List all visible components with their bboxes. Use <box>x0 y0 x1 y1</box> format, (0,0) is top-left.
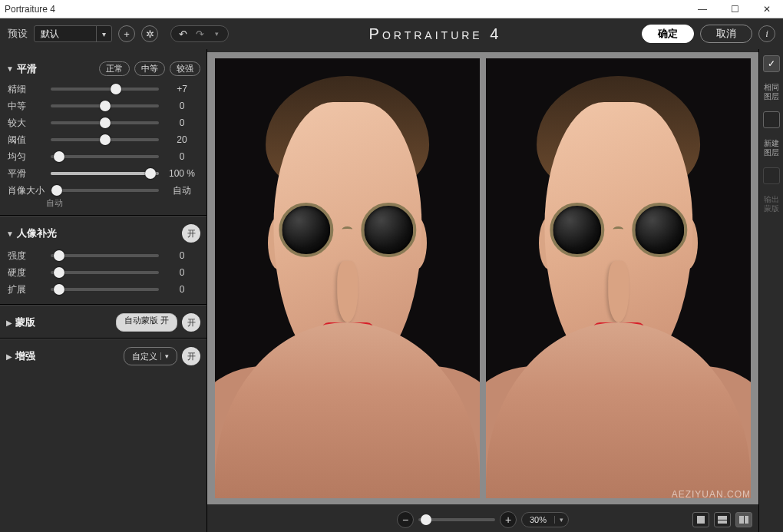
slider-smoothing-track[interactable] <box>51 172 159 175</box>
window-maximize-button[interactable]: ☐ <box>719 0 751 18</box>
section-filllight-header[interactable]: ▼ 人像补光 开 <box>6 224 200 243</box>
slider-threshold: 阈值 20 <box>6 131 200 148</box>
zoom-out-button[interactable]: − <box>397 511 414 528</box>
window-close-button[interactable]: ✕ <box>751 0 783 18</box>
slider-threshold-track[interactable] <box>51 138 159 141</box>
output-new-layer-label: 新建图层 <box>764 139 779 157</box>
slider-fine: 精细 +7 <box>6 81 200 97</box>
preview-split: AEZIYUAN.COM <box>207 52 758 504</box>
preset-settings-button[interactable]: ✲ <box>141 25 158 42</box>
output-mask-button[interactable] <box>763 167 780 184</box>
preview-area: AEZIYUAN.COM − + 30% ▾ <box>207 49 758 532</box>
history-group: ↶ ↷ ▾ <box>170 25 229 42</box>
view-split-vertical-button[interactable] <box>735 512 752 527</box>
section-enhance-title: 增强 <box>15 349 35 363</box>
section-smooth-title: 平滑 <box>17 62 37 76</box>
caret-down-icon: ▼ <box>6 64 14 73</box>
zoom-slider[interactable] <box>418 518 495 521</box>
smooth-preset-strong[interactable]: 较强 <box>170 61 200 76</box>
slider-fine-track[interactable] <box>51 88 159 91</box>
caret-right-icon: ▶ <box>6 319 12 327</box>
bottom-toolbar: − + 30% ▾ <box>207 507 758 532</box>
undo-button[interactable]: ↶ <box>174 28 191 40</box>
top-toolbar: 预设 默认 ▾ + ✲ ↶ ↷ ▾ Portraiture 4 确定 取消 i <box>0 18 783 49</box>
chevron-down-icon: ▾ <box>554 516 568 524</box>
filllight-toggle[interactable]: 开 <box>182 224 200 243</box>
add-preset-button[interactable]: + <box>118 25 135 42</box>
slider-intensity: 强度 0 <box>6 247 200 264</box>
slider-smoothing: 平滑 100 % <box>6 165 200 182</box>
slider-uniform-track[interactable] <box>51 155 159 158</box>
app-logo: Portraiture 4 <box>235 25 636 43</box>
settings-panel: ▼ 平滑 正常 中等 较强 精细 +7 中等 0 较大 <box>0 49 207 532</box>
window-titlebar: Portraiture 4 — ☐ ✕ <box>0 0 783 18</box>
preview-after[interactable] <box>486 58 751 498</box>
slider-medium-track[interactable] <box>51 104 159 107</box>
portrait-size-sublabel: 自动 <box>6 197 200 209</box>
slider-hardness-track[interactable] <box>51 271 159 274</box>
enhance-mode-dropdown[interactable]: 自定义▾ <box>124 347 177 365</box>
view-split-horizontal-button[interactable] <box>714 512 731 527</box>
caret-down-icon: ▼ <box>6 230 14 238</box>
watermark: AEZIYUAN.COM <box>672 489 751 500</box>
section-filllight-title: 人像补光 <box>17 226 57 240</box>
zoom-value: 30% <box>522 515 554 524</box>
preset-label: 预设 <box>8 27 28 41</box>
history-dropdown[interactable]: ▾ <box>208 30 225 38</box>
preset-dropdown[interactable]: 默认 ▾ <box>34 25 112 42</box>
caret-right-icon: ▶ <box>6 352 12 361</box>
slider-hardness: 硬度 0 <box>6 264 200 281</box>
output-new-layer-button[interactable] <box>763 111 780 128</box>
view-single-button[interactable] <box>692 512 709 527</box>
slider-medium: 中等 0 <box>6 97 200 114</box>
zoom-dropdown[interactable]: 30% ▾ <box>521 512 569 527</box>
slider-portrait-size-track[interactable] <box>51 189 159 192</box>
chevron-down-icon: ▾ <box>96 26 111 41</box>
slider-portrait-size: 肖像大小 自动 <box>6 182 200 199</box>
info-button[interactable]: i <box>758 25 775 42</box>
ok-button[interactable]: 确定 <box>642 25 694 43</box>
slider-large: 较大 0 <box>6 114 200 131</box>
smooth-preset-medium[interactable]: 中等 <box>134 61 165 76</box>
output-same-layer-button[interactable]: ✓ <box>763 55 780 72</box>
redo-button[interactable]: ↷ <box>191 28 208 40</box>
smooth-preset-normal[interactable]: 正常 <box>99 61 130 76</box>
mask-auto-chip[interactable]: 自动蒙版 开 <box>116 313 177 332</box>
chevron-down-icon: ▾ <box>160 352 169 360</box>
section-enhance-header[interactable]: ▶ 增强 自定义▾ 开 <box>6 347 200 365</box>
preview-before[interactable] <box>215 58 480 498</box>
preset-selected: 默认 <box>35 28 96 41</box>
slider-spread-track[interactable] <box>51 288 159 291</box>
window-title: Portraiture 4 <box>5 4 55 15</box>
mask-toggle[interactable]: 开 <box>182 313 200 332</box>
output-mask-label: 输出蒙版 <box>764 195 779 213</box>
window-minimize-button[interactable]: — <box>686 0 719 18</box>
slider-spread: 扩展 0 <box>6 281 200 298</box>
section-mask-title: 蒙版 <box>15 316 35 329</box>
enhance-toggle[interactable]: 开 <box>182 347 200 365</box>
section-mask-header[interactable]: ▶ 蒙版 自动蒙版 开 开 <box>6 313 200 332</box>
gear-icon: ✲ <box>146 28 154 40</box>
slider-large-track[interactable] <box>51 121 159 124</box>
cancel-button[interactable]: 取消 <box>700 25 752 43</box>
section-smooth-header[interactable]: ▼ 平滑 正常 中等 较强 <box>6 61 200 76</box>
output-sidebar: ✓ 相同图层 新建图层 输出蒙版 <box>758 49 783 532</box>
zoom-in-button[interactable]: + <box>500 511 517 528</box>
slider-intensity-track[interactable] <box>51 254 159 257</box>
output-same-layer-label: 相同图层 <box>764 83 779 101</box>
slider-uniform: 均匀 0 <box>6 148 200 165</box>
